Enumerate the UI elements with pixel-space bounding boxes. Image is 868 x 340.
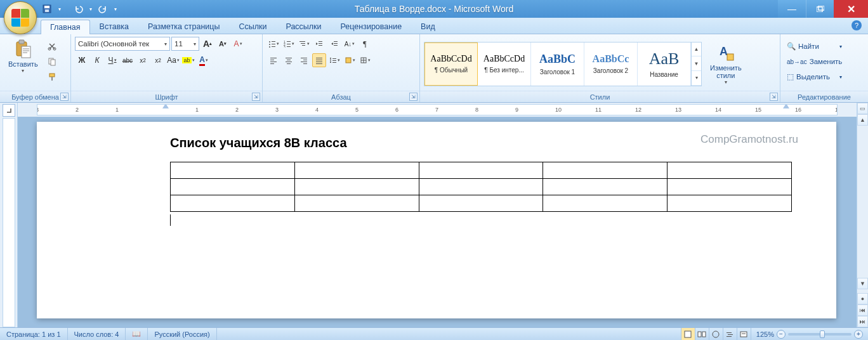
- increase-indent-button[interactable]: [327, 37, 341, 51]
- paragraph-launcher[interactable]: ⇲: [409, 93, 418, 101]
- bullets-button[interactable]: [266, 37, 280, 51]
- browse-object[interactable]: ●: [857, 293, 868, 304]
- style-item-4[interactable]: AaBНазвание: [638, 43, 691, 86]
- justify-button[interactable]: [312, 53, 326, 67]
- clipboard-launcher[interactable]: ⇲: [60, 93, 69, 101]
- tab-view[interactable]: Вид: [411, 19, 445, 34]
- web-layout-view[interactable]: [709, 328, 723, 340]
- format-painter-button[interactable]: [45, 70, 59, 84]
- gallery-more[interactable]: ▾: [692, 71, 701, 86]
- fullscreen-reading-view[interactable]: [695, 328, 709, 340]
- next-page[interactable]: ⏭: [857, 316, 868, 327]
- close-button[interactable]: ✕: [834, 0, 868, 18]
- tab-selector[interactable]: [3, 104, 15, 117]
- show-marks-button[interactable]: ¶: [358, 37, 372, 51]
- table-cell[interactable]: [171, 179, 295, 195]
- tab-mailings[interactable]: Рассылки: [276, 19, 331, 34]
- font-size-combo[interactable]: 11▾: [171, 37, 199, 51]
- align-center-button[interactable]: [282, 53, 296, 67]
- line-spacing-button[interactable]: [327, 53, 341, 67]
- strikethrough-button[interactable]: abc: [121, 53, 135, 67]
- vertical-scrollbar[interactable]: ▭ ▲ ▼ ● ⏮ ⏭: [857, 103, 868, 327]
- draft-view[interactable]: [737, 328, 751, 340]
- font-launcher[interactable]: ⇲: [252, 93, 260, 101]
- table-cell[interactable]: [419, 195, 543, 212]
- page-status[interactable]: Страница: 1 из 1: [0, 328, 68, 340]
- zoom-slider[interactable]: [788, 333, 852, 336]
- decrease-indent-button[interactable]: [312, 37, 326, 51]
- maximize-button[interactable]: [806, 0, 834, 18]
- left-indent-marker[interactable]: [162, 104, 169, 108]
- table-cell[interactable]: [171, 195, 295, 212]
- change-styles-button[interactable]: A Изменить стили ▾: [704, 41, 747, 87]
- paste-button[interactable]: Вставить ▾: [4, 37, 43, 75]
- table-cell[interactable]: [294, 162, 419, 179]
- document-scroll-area[interactable]: CompGramotnost.ru Список учащихся 8В кла…: [18, 117, 857, 327]
- zoom-out[interactable]: −: [777, 330, 786, 339]
- table-cell[interactable]: [419, 179, 543, 195]
- vertical-ruler[interactable]: [3, 118, 15, 327]
- table-cell[interactable]: [294, 179, 419, 195]
- scroll-up[interactable]: ▲: [857, 114, 868, 126]
- cut-button[interactable]: [45, 39, 59, 53]
- table-cell[interactable]: [171, 162, 295, 179]
- style-item-3[interactable]: AaBbCcЗаголовок 2: [584, 43, 638, 86]
- grow-font-button[interactable]: A▴: [201, 37, 214, 51]
- document-table[interactable]: [170, 162, 792, 212]
- bold-button[interactable]: Ж: [75, 53, 89, 67]
- numbering-button[interactable]: 123: [282, 37, 296, 51]
- scroll-down[interactable]: ▼: [857, 278, 868, 289]
- print-layout-view[interactable]: [681, 328, 695, 340]
- table-cell[interactable]: [667, 195, 792, 212]
- table-cell[interactable]: [543, 195, 667, 212]
- table-cell[interactable]: [667, 162, 792, 179]
- style-item-0[interactable]: AaBbCcDd¶ Обычный: [424, 43, 478, 86]
- sort-button[interactable]: A↓: [343, 37, 357, 51]
- highlight-button[interactable]: ab: [181, 53, 195, 67]
- underline-button[interactable]: Ч: [105, 53, 119, 67]
- undo-button[interactable]: [71, 2, 86, 16]
- table-cell[interactable]: [667, 179, 792, 195]
- document-heading[interactable]: Список учащихся 8В класса: [170, 136, 709, 150]
- zoom-in[interactable]: +: [854, 330, 863, 339]
- font-color-button[interactable]: A: [197, 53, 211, 67]
- superscript-button[interactable]: x2: [151, 53, 165, 67]
- table-cell[interactable]: [543, 179, 667, 195]
- help-button[interactable]: ?: [852, 20, 862, 30]
- align-left-button[interactable]: [266, 53, 280, 67]
- shading-button[interactable]: [343, 53, 357, 67]
- spell-check[interactable]: 📖: [126, 328, 148, 340]
- tab-review[interactable]: Рецензирование: [331, 19, 412, 34]
- horizontal-ruler[interactable]: 3211234567891011121314151617: [37, 104, 838, 115]
- find-button[interactable]: 🔍Найти▾: [784, 39, 845, 53]
- right-indent-marker[interactable]: [783, 104, 789, 108]
- font-name-combo[interactable]: Calibri (Основной тек▾: [75, 37, 170, 51]
- tab-insert[interactable]: Вставка: [90, 19, 138, 34]
- borders-button[interactable]: [358, 53, 372, 67]
- copy-button[interactable]: [45, 55, 59, 69]
- style-item-1[interactable]: AaBbCcDd¶ Без интер...: [478, 43, 531, 86]
- gallery-up[interactable]: ▲: [692, 43, 701, 57]
- language-status[interactable]: Русский (Россия): [148, 328, 216, 340]
- minimize-button[interactable]: —: [778, 0, 806, 18]
- qat-customize[interactable]: ▾: [112, 2, 119, 16]
- tab-page-layout[interactable]: Разметка страницы: [138, 19, 229, 34]
- styles-launcher[interactable]: ⇲: [770, 93, 778, 101]
- ruler-toggle[interactable]: ▭: [857, 103, 868, 114]
- table-cell[interactable]: [543, 162, 667, 179]
- table-cell[interactable]: [294, 195, 419, 212]
- tab-home[interactable]: Главная: [41, 20, 90, 34]
- word-count[interactable]: Число слов: 4: [68, 328, 126, 340]
- multilevel-list-button[interactable]: [297, 37, 311, 51]
- select-button[interactable]: ⬚Выделить▾: [784, 70, 845, 84]
- tab-references[interactable]: Ссылки: [229, 19, 276, 34]
- outline-view[interactable]: [723, 328, 737, 340]
- table-cell[interactable]: [419, 162, 543, 179]
- subscript-button[interactable]: x2: [136, 53, 150, 67]
- zoom-value[interactable]: 125%: [756, 330, 774, 338]
- qat-dropdown[interactable]: ▾: [56, 2, 63, 16]
- change-case-button[interactable]: Aa: [166, 53, 180, 67]
- italic-button[interactable]: К: [90, 53, 104, 67]
- prev-page[interactable]: ⏮: [857, 304, 868, 316]
- replace-button[interactable]: ab→acЗаменить: [784, 55, 845, 69]
